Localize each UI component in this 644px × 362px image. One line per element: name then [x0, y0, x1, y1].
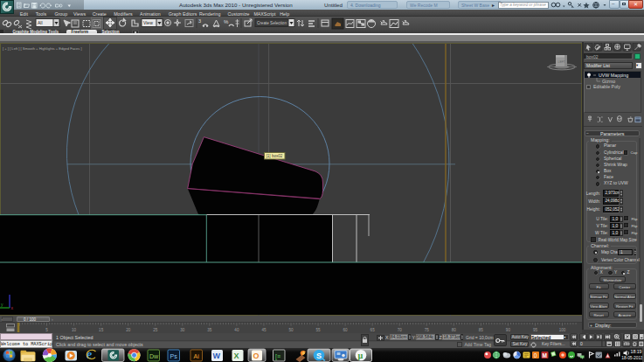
svg-text:50: 50: [288, 327, 294, 331]
svg-text:75: 75: [425, 327, 430, 331]
svg-text:M: M: [543, 352, 547, 358]
svg-text:%: %: [224, 19, 229, 24]
svg-text:90: 90: [506, 327, 511, 331]
svg-text:0: 0: [580, 341, 583, 346]
svg-text:18-05-2013: 18-05-2013: [621, 356, 643, 360]
svg-text:95: 95: [533, 327, 538, 331]
svg-text:View: View: [143, 20, 153, 25]
svg-text:Ps: Ps: [170, 352, 178, 359]
svg-text:55: 55: [315, 327, 321, 331]
svg-text:35: 35: [207, 327, 212, 331]
svg-text:40: 40: [234, 327, 239, 331]
svg-text:All: All: [38, 20, 43, 25]
svg-text:µ: µ: [358, 351, 364, 360]
svg-text:Create Selection Se: Create Selection Se: [257, 21, 293, 25]
svg-text:65: 65: [370, 327, 376, 331]
svg-text:[1] box02: [1] box02: [267, 154, 283, 158]
svg-text:100: 100: [559, 327, 566, 331]
svg-text:25: 25: [153, 327, 158, 331]
svg-text:85: 85: [479, 327, 484, 331]
svg-text:60: 60: [343, 327, 349, 331]
svg-text:15: 15: [99, 327, 104, 331]
svg-text:0: 0: [534, 352, 537, 358]
svg-text:5: 5: [45, 327, 48, 331]
svg-text:70: 70: [398, 327, 403, 331]
svg-text:X: X: [234, 352, 239, 360]
svg-text:20: 20: [126, 327, 131, 331]
svg-text:Dw: Dw: [149, 352, 159, 359]
svg-text:S: S: [316, 351, 322, 359]
svg-text:LEFT: LEFT: [558, 60, 565, 64]
svg-text:Ai: Ai: [194, 352, 200, 359]
svg-text:O: O: [253, 352, 260, 360]
svg-text:10: 10: [72, 327, 77, 331]
svg-text:80: 80: [452, 327, 457, 331]
svg-text:30: 30: [180, 327, 185, 331]
svg-text:45: 45: [261, 327, 267, 331]
svg-text:3: 3: [198, 18, 201, 24]
svg-text:[≡: [≡: [275, 352, 280, 359]
svg-text:W: W: [213, 352, 221, 360]
svg-text:18:19: 18:19: [631, 349, 642, 354]
svg-text:[ + ] [ Left ] [ Smooth + High: [ + ] [ Left ] [ Smooth + Highlights + E…: [3, 46, 82, 51]
